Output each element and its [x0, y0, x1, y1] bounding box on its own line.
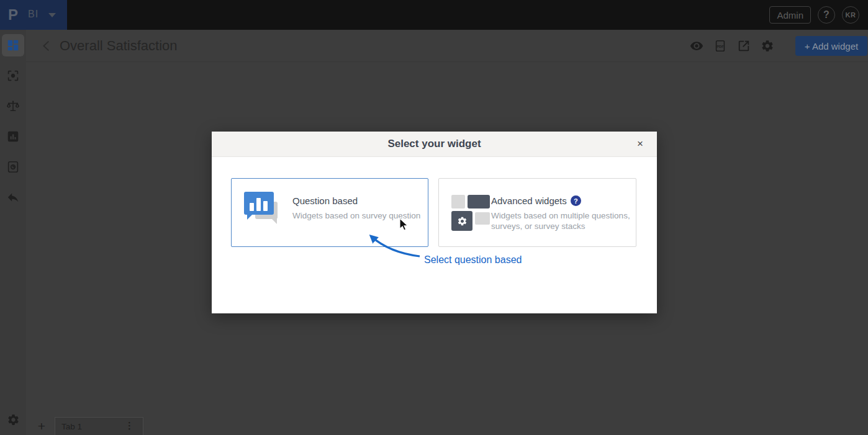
admin-button[interactable]: Admin — [769, 6, 811, 24]
chevron-left-icon — [40, 39, 53, 53]
sidebar-settings-button[interactable] — [2, 408, 24, 431]
page-header: Overall Satisfaction PDF — [26, 30, 868, 62]
sidebar-item-reports[interactable] — [2, 125, 24, 148]
sidebar-item-back[interactable] — [2, 186, 24, 209]
app-window: P BI Admin ? KR — [0, 0, 868, 435]
logo-p-icon: P — [8, 6, 18, 24]
chevron-down-icon[interactable] — [48, 13, 56, 17]
sidebar-item-compare[interactable] — [2, 95, 24, 117]
topbar-right-group: Admin ? KR — [769, 6, 859, 24]
focus-capture-icon — [6, 69, 20, 83]
add-widget-button[interactable]: + Add widget — [795, 36, 867, 56]
add-tab-button[interactable]: + — [34, 417, 50, 435]
mouse-cursor — [399, 218, 409, 231]
product-logo[interactable]: P BI — [0, 0, 67, 30]
tab-label: Tab 1 — [61, 422, 82, 431]
back-button[interactable] — [40, 39, 53, 53]
user-avatar[interactable]: KR — [842, 6, 859, 24]
modal-close-button[interactable]: × — [633, 137, 647, 151]
advanced-widgets-icon — [451, 195, 491, 231]
preview-button[interactable] — [690, 39, 703, 53]
share-icon — [737, 39, 751, 53]
balance-scale-icon — [6, 99, 20, 113]
sidebar-item-dashboard[interactable] — [2, 34, 24, 56]
help-button[interactable]: ? — [818, 6, 835, 24]
tab-item-tab1[interactable]: Tab 1 ⋮ — [55, 417, 143, 435]
settings-gear-icon — [7, 413, 20, 426]
product-name: BI — [28, 9, 38, 20]
page-title: Overall Satisfaction — [60, 38, 178, 54]
annotation-label: Select question based — [424, 254, 522, 266]
advanced-widgets-title: Advanced widgets ? — [491, 195, 634, 206]
question-based-subtitle: Widgets based on survey question — [292, 210, 435, 221]
header-toolbar: PDF — [690, 30, 774, 62]
share-button[interactable] — [737, 39, 751, 53]
sidebar-item-surveys[interactable] — [2, 156, 24, 178]
gear-icon — [457, 216, 468, 226]
advanced-widgets-subtitle: Widgets based on multiple questions, sur… — [491, 210, 634, 231]
pdf-export-icon: PDF — [713, 39, 727, 53]
modal-header: Select your widget × — [212, 132, 657, 157]
question-based-icon — [244, 192, 292, 235]
undo-arrow-icon — [6, 191, 20, 204]
dashboard-settings-button[interactable] — [761, 39, 774, 53]
modal-title: Select your widget — [387, 138, 481, 150]
question-based-title: Question based — [292, 195, 435, 206]
help-badge-icon[interactable]: ? — [571, 195, 581, 206]
gear-icon — [761, 39, 774, 53]
dashboard-icon — [6, 38, 20, 52]
pdf-export-button[interactable]: PDF — [713, 39, 727, 53]
chart-report-icon — [6, 130, 20, 143]
top-bar: P BI Admin ? KR — [0, 0, 868, 30]
select-widget-modal: Select your widget × Question based Widg… — [212, 132, 657, 313]
svg-text:PDF: PDF — [717, 45, 724, 48]
document-refresh-icon — [6, 160, 20, 174]
tab-bar: + Tab 1 ⋮ — [26, 417, 868, 435]
sidebar-item-capture[interactable] — [2, 65, 24, 87]
advanced-widgets-card[interactable]: Advanced widgets ? Widgets based on mult… — [438, 178, 636, 247]
annotation-arrow-icon — [357, 225, 428, 261]
tab-menu-dots-icon[interactable]: ⋮ — [125, 420, 134, 431]
eye-icon — [690, 39, 703, 53]
left-sidebar — [0, 30, 26, 435]
